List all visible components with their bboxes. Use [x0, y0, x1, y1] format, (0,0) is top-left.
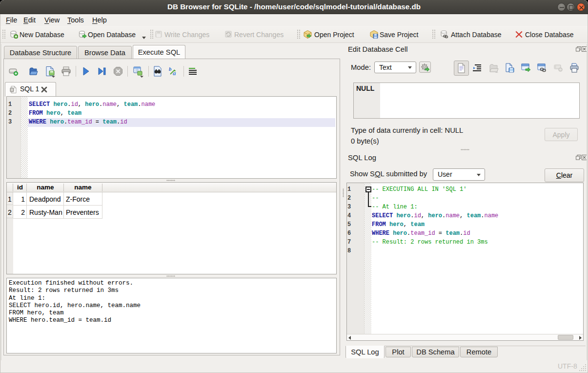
svg-text:b: b	[169, 66, 172, 72]
